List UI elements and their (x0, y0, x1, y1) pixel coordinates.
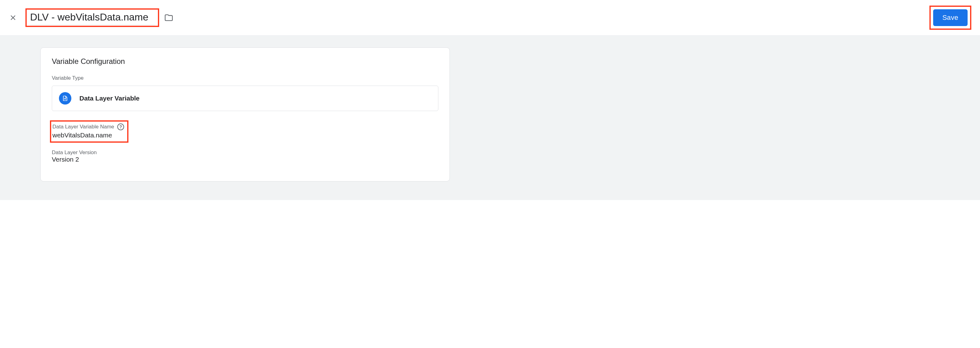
folder-button[interactable] (164, 13, 174, 23)
folder-icon (164, 13, 173, 22)
dlv-version-block: Data Layer Version Version 2 (52, 149, 438, 163)
help-icon[interactable]: ? (117, 124, 124, 130)
dlv-version-label: Data Layer Version (52, 149, 438, 156)
variable-type-selector[interactable]: Data Layer Variable (52, 86, 438, 111)
variable-name-input[interactable] (30, 11, 155, 25)
close-icon (9, 14, 17, 22)
dlv-name-value: webVitalsData.name (52, 132, 124, 139)
card-title: Variable Configuration (52, 57, 438, 66)
dlv-name-highlight-box: Data Layer Variable Name ? webVitalsData… (50, 120, 129, 143)
variable-type-icon-wrap (59, 92, 72, 105)
dlv-name-label-row: Data Layer Variable Name ? (52, 124, 124, 130)
variable-type-value: Data Layer Variable (80, 95, 140, 102)
file-icon (62, 95, 68, 102)
title-group (25, 8, 174, 27)
close-button[interactable] (6, 11, 20, 24)
title-highlight-box (25, 8, 159, 27)
dlv-name-label: Data Layer Variable Name (52, 124, 114, 130)
save-highlight-box: Save (929, 6, 971, 30)
save-button[interactable]: Save (933, 9, 967, 26)
variable-config-card: Variable Configuration Variable Type Dat… (40, 48, 450, 181)
variable-type-label: Variable Type (52, 75, 438, 81)
editor-topbar: Save (0, 0, 980, 36)
dlv-version-value: Version 2 (52, 156, 438, 163)
editor-body: Variable Configuration Variable Type Dat… (0, 36, 980, 200)
